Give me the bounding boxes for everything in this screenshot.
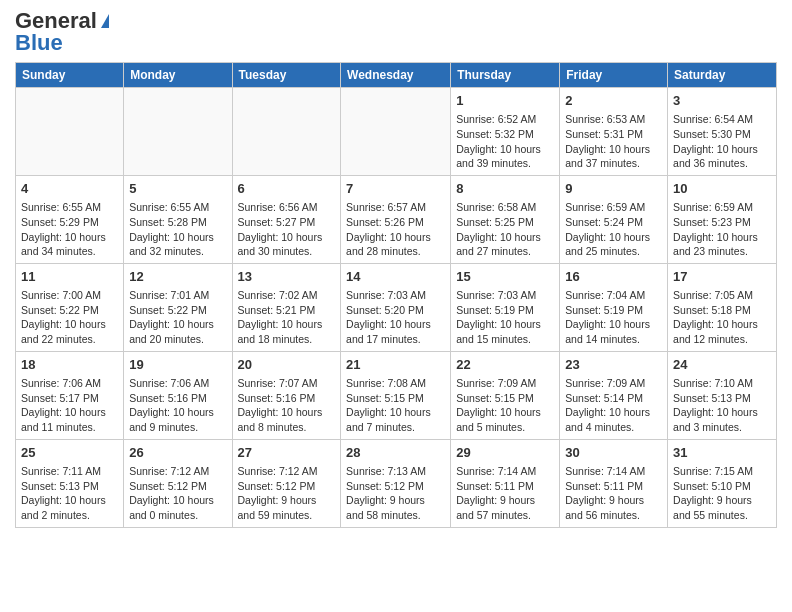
calendar-cell: 14Sunrise: 7:03 AM Sunset: 5:20 PM Dayli… xyxy=(341,263,451,351)
day-number: 1 xyxy=(456,92,554,110)
day-info: Sunrise: 6:59 AM Sunset: 5:24 PM Dayligh… xyxy=(565,200,662,259)
day-number: 7 xyxy=(346,180,445,198)
calendar-week-row: 25Sunrise: 7:11 AM Sunset: 5:13 PM Dayli… xyxy=(16,439,777,527)
calendar-table: SundayMondayTuesdayWednesdayThursdayFrid… xyxy=(15,62,777,528)
day-number: 9 xyxy=(565,180,662,198)
calendar-cell: 3Sunrise: 6:54 AM Sunset: 5:30 PM Daylig… xyxy=(668,88,777,176)
day-number: 21 xyxy=(346,356,445,374)
calendar-cell: 31Sunrise: 7:15 AM Sunset: 5:10 PM Dayli… xyxy=(668,439,777,527)
day-info: Sunrise: 7:06 AM Sunset: 5:16 PM Dayligh… xyxy=(129,376,226,435)
calendar-cell: 19Sunrise: 7:06 AM Sunset: 5:16 PM Dayli… xyxy=(124,351,232,439)
day-info: Sunrise: 7:13 AM Sunset: 5:12 PM Dayligh… xyxy=(346,464,445,523)
day-info: Sunrise: 6:58 AM Sunset: 5:25 PM Dayligh… xyxy=(456,200,554,259)
weekday-header-friday: Friday xyxy=(560,63,668,88)
day-number: 29 xyxy=(456,444,554,462)
weekday-header-thursday: Thursday xyxy=(451,63,560,88)
day-number: 4 xyxy=(21,180,118,198)
calendar-cell xyxy=(124,88,232,176)
day-info: Sunrise: 7:09 AM Sunset: 5:15 PM Dayligh… xyxy=(456,376,554,435)
calendar-week-row: 4Sunrise: 6:55 AM Sunset: 5:29 PM Daylig… xyxy=(16,175,777,263)
calendar-body: 1Sunrise: 6:52 AM Sunset: 5:32 PM Daylig… xyxy=(16,88,777,528)
day-number: 25 xyxy=(21,444,118,462)
logo: General Blue xyxy=(15,10,109,54)
day-number: 3 xyxy=(673,92,771,110)
day-number: 14 xyxy=(346,268,445,286)
day-info: Sunrise: 7:05 AM Sunset: 5:18 PM Dayligh… xyxy=(673,288,771,347)
day-info: Sunrise: 7:15 AM Sunset: 5:10 PM Dayligh… xyxy=(673,464,771,523)
calendar-cell: 18Sunrise: 7:06 AM Sunset: 5:17 PM Dayli… xyxy=(16,351,124,439)
calendar-cell: 26Sunrise: 7:12 AM Sunset: 5:12 PM Dayli… xyxy=(124,439,232,527)
calendar-cell: 15Sunrise: 7:03 AM Sunset: 5:19 PM Dayli… xyxy=(451,263,560,351)
day-info: Sunrise: 7:08 AM Sunset: 5:15 PM Dayligh… xyxy=(346,376,445,435)
day-info: Sunrise: 6:52 AM Sunset: 5:32 PM Dayligh… xyxy=(456,112,554,171)
calendar-cell: 7Sunrise: 6:57 AM Sunset: 5:26 PM Daylig… xyxy=(341,175,451,263)
day-number: 26 xyxy=(129,444,226,462)
calendar-cell xyxy=(341,88,451,176)
calendar-cell: 20Sunrise: 7:07 AM Sunset: 5:16 PM Dayli… xyxy=(232,351,341,439)
calendar-cell: 8Sunrise: 6:58 AM Sunset: 5:25 PM Daylig… xyxy=(451,175,560,263)
calendar-cell: 4Sunrise: 6:55 AM Sunset: 5:29 PM Daylig… xyxy=(16,175,124,263)
day-number: 20 xyxy=(238,356,336,374)
day-info: Sunrise: 7:10 AM Sunset: 5:13 PM Dayligh… xyxy=(673,376,771,435)
page-container: General Blue SundayMondayTuesdayWednesda… xyxy=(0,0,792,538)
calendar-cell: 5Sunrise: 6:55 AM Sunset: 5:28 PM Daylig… xyxy=(124,175,232,263)
calendar-cell: 29Sunrise: 7:14 AM Sunset: 5:11 PM Dayli… xyxy=(451,439,560,527)
day-number: 12 xyxy=(129,268,226,286)
day-number: 5 xyxy=(129,180,226,198)
day-info: Sunrise: 6:53 AM Sunset: 5:31 PM Dayligh… xyxy=(565,112,662,171)
calendar-cell: 22Sunrise: 7:09 AM Sunset: 5:15 PM Dayli… xyxy=(451,351,560,439)
calendar-week-row: 1Sunrise: 6:52 AM Sunset: 5:32 PM Daylig… xyxy=(16,88,777,176)
calendar-cell: 10Sunrise: 6:59 AM Sunset: 5:23 PM Dayli… xyxy=(668,175,777,263)
calendar-cell: 1Sunrise: 6:52 AM Sunset: 5:32 PM Daylig… xyxy=(451,88,560,176)
weekday-header-saturday: Saturday xyxy=(668,63,777,88)
calendar-cell: 23Sunrise: 7:09 AM Sunset: 5:14 PM Dayli… xyxy=(560,351,668,439)
day-info: Sunrise: 7:00 AM Sunset: 5:22 PM Dayligh… xyxy=(21,288,118,347)
day-info: Sunrise: 7:06 AM Sunset: 5:17 PM Dayligh… xyxy=(21,376,118,435)
calendar-cell: 17Sunrise: 7:05 AM Sunset: 5:18 PM Dayli… xyxy=(668,263,777,351)
day-info: Sunrise: 6:57 AM Sunset: 5:26 PM Dayligh… xyxy=(346,200,445,259)
calendar-cell: 16Sunrise: 7:04 AM Sunset: 5:19 PM Dayli… xyxy=(560,263,668,351)
day-info: Sunrise: 7:14 AM Sunset: 5:11 PM Dayligh… xyxy=(456,464,554,523)
day-info: Sunrise: 7:04 AM Sunset: 5:19 PM Dayligh… xyxy=(565,288,662,347)
day-info: Sunrise: 7:14 AM Sunset: 5:11 PM Dayligh… xyxy=(565,464,662,523)
day-info: Sunrise: 7:11 AM Sunset: 5:13 PM Dayligh… xyxy=(21,464,118,523)
calendar-cell: 27Sunrise: 7:12 AM Sunset: 5:12 PM Dayli… xyxy=(232,439,341,527)
day-number: 30 xyxy=(565,444,662,462)
day-number: 2 xyxy=(565,92,662,110)
day-info: Sunrise: 7:01 AM Sunset: 5:22 PM Dayligh… xyxy=(129,288,226,347)
calendar-cell: 11Sunrise: 7:00 AM Sunset: 5:22 PM Dayli… xyxy=(16,263,124,351)
calendar-header-row: SundayMondayTuesdayWednesdayThursdayFrid… xyxy=(16,63,777,88)
day-number: 18 xyxy=(21,356,118,374)
calendar-cell: 28Sunrise: 7:13 AM Sunset: 5:12 PM Dayli… xyxy=(341,439,451,527)
day-info: Sunrise: 7:12 AM Sunset: 5:12 PM Dayligh… xyxy=(238,464,336,523)
day-info: Sunrise: 7:07 AM Sunset: 5:16 PM Dayligh… xyxy=(238,376,336,435)
calendar-cell: 24Sunrise: 7:10 AM Sunset: 5:13 PM Dayli… xyxy=(668,351,777,439)
day-number: 27 xyxy=(238,444,336,462)
day-number: 17 xyxy=(673,268,771,286)
day-number: 22 xyxy=(456,356,554,374)
logo-triangle-icon xyxy=(101,14,109,28)
day-number: 15 xyxy=(456,268,554,286)
day-number: 6 xyxy=(238,180,336,198)
day-info: Sunrise: 6:55 AM Sunset: 5:29 PM Dayligh… xyxy=(21,200,118,259)
calendar-cell: 30Sunrise: 7:14 AM Sunset: 5:11 PM Dayli… xyxy=(560,439,668,527)
day-info: Sunrise: 7:09 AM Sunset: 5:14 PM Dayligh… xyxy=(565,376,662,435)
calendar-cell: 13Sunrise: 7:02 AM Sunset: 5:21 PM Dayli… xyxy=(232,263,341,351)
day-number: 24 xyxy=(673,356,771,374)
calendar-week-row: 11Sunrise: 7:00 AM Sunset: 5:22 PM Dayli… xyxy=(16,263,777,351)
day-number: 10 xyxy=(673,180,771,198)
day-number: 28 xyxy=(346,444,445,462)
day-number: 19 xyxy=(129,356,226,374)
day-info: Sunrise: 7:03 AM Sunset: 5:19 PM Dayligh… xyxy=(456,288,554,347)
calendar-cell: 2Sunrise: 6:53 AM Sunset: 5:31 PM Daylig… xyxy=(560,88,668,176)
logo-blue-text: Blue xyxy=(15,32,63,54)
calendar-cell: 12Sunrise: 7:01 AM Sunset: 5:22 PM Dayli… xyxy=(124,263,232,351)
day-number: 16 xyxy=(565,268,662,286)
logo-general-text: General xyxy=(15,10,97,32)
calendar-cell: 9Sunrise: 6:59 AM Sunset: 5:24 PM Daylig… xyxy=(560,175,668,263)
day-number: 8 xyxy=(456,180,554,198)
calendar-cell: 6Sunrise: 6:56 AM Sunset: 5:27 PM Daylig… xyxy=(232,175,341,263)
calendar-week-row: 18Sunrise: 7:06 AM Sunset: 5:17 PM Dayli… xyxy=(16,351,777,439)
calendar-cell xyxy=(16,88,124,176)
weekday-header-sunday: Sunday xyxy=(16,63,124,88)
